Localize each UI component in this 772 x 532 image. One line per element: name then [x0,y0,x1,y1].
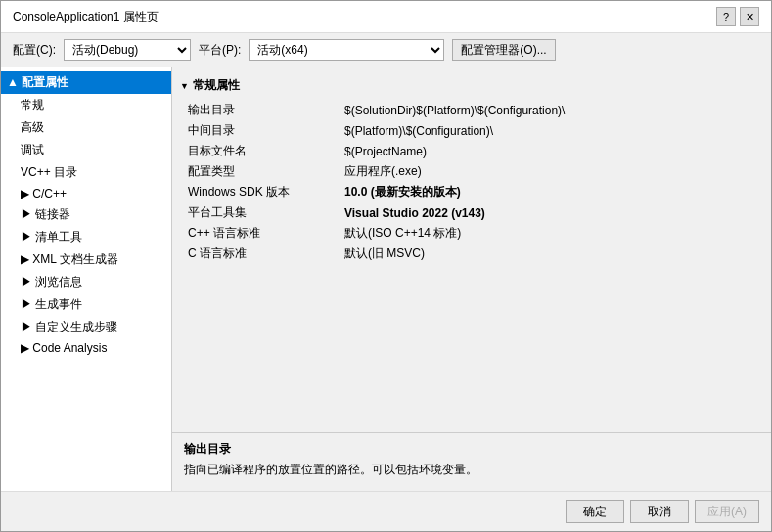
main-content: ▲ 配置属性 常规 高级 调试 VC++ 目录 ▶ C/C++ ▶ 链接器 ▶ … [1,67,771,491]
manifest-label: ▶ 清单工具 [21,229,82,245]
debug-label: 调试 [21,142,44,158]
prop-value: 默认(ISO C++14 标准) [337,223,763,244]
sidebar: ▲ 配置属性 常规 高级 调试 VC++ 目录 ▶ C/C++ ▶ 链接器 ▶ … [1,67,172,491]
sidebar-item-xml-gen[interactable]: ▶ XML 文档生成器 [1,248,171,271]
toolbar-row: 配置(C): 活动(Debug) 平台(P): 活动(x64) 配置管理器(O)… [1,33,771,67]
sidebar-item-config-props[interactable]: ▲ 配置属性 [1,71,171,94]
prop-value: 默认(旧 MSVC) [337,244,763,264]
platform-label: 平台(P): [199,42,241,59]
properties-panel: ▼ 常规属性 输出目录$(SolutionDir)$(Platform)\$(C… [172,67,771,432]
prop-value: $(SolutionDir)$(Platform)\$(Configuratio… [337,100,763,120]
table-row: 目标文件名$(ProjectName) [180,141,763,161]
custom-build-label: ▶ 自定义生成步骤 [21,319,117,335]
build-events-label: ▶ 生成事件 [21,296,82,313]
prop-value: $(Platform)\$(Configuration)\ [337,120,763,141]
ok-button[interactable]: 确定 [566,500,624,523]
sidebar-item-general[interactable]: 常规 [1,94,171,116]
properties-table: 输出目录$(SolutionDir)$(Platform)\$(Configur… [180,100,763,264]
sidebar-item-custom-build[interactable]: ▶ 自定义生成步骤 [1,316,171,338]
sidebar-item-build-events[interactable]: ▶ 生成事件 [1,293,171,316]
sidebar-item-cpp[interactable]: ▶ C/C++ [1,184,171,203]
close-button[interactable]: ✕ [740,7,759,26]
section-title: 常规属性 [193,77,240,94]
description-text: 指向已编译程序的放置位置的路径。可以包括环境变量。 [184,462,759,478]
config-select[interactable]: 活动(Debug) [64,39,191,61]
sidebar-item-code-analysis[interactable]: ▶ Code Analysis [1,338,171,358]
prop-name: 平台工具集 [180,202,337,223]
description-panel: 输出目录 指向已编译程序的放置位置的路径。可以包括环境变量。 [172,432,771,491]
linker-label: ▶ 链接器 [21,206,70,223]
prop-value: Visual Studio 2022 (v143) [337,202,763,223]
prop-value: 10.0 (最新安装的版本) [337,182,763,202]
prop-name: 目标文件名 [180,141,337,161]
button-row: 确定 取消 应用(A) [1,491,771,531]
general-label: 常规 [21,97,44,113]
prop-name: 中间目录 [180,120,337,141]
sidebar-item-vc-dirs[interactable]: VC++ 目录 [1,161,171,184]
title-bar: ConsoleApplication1 属性页 ? ✕ [1,1,771,33]
browse-label: ▶ 浏览信息 [21,274,82,290]
config-manager-button[interactable]: 配置管理器(O)... [452,39,555,61]
sidebar-item-debug[interactable]: 调试 [1,139,171,161]
config-props-label: ▲ 配置属性 [7,74,68,91]
table-row: 配置类型应用程序(.exe) [180,161,763,182]
table-row: 输出目录$(SolutionDir)$(Platform)\$(Configur… [180,100,763,120]
dialog: ConsoleApplication1 属性页 ? ✕ 配置(C): 活动(De… [0,0,772,532]
code-analysis-label: ▶ Code Analysis [21,341,107,355]
title-bar-controls: ? ✕ [716,7,759,26]
platform-select[interactable]: 活动(x64) [249,39,444,61]
prop-name: 配置类型 [180,161,337,182]
sidebar-item-linker[interactable]: ▶ 链接器 [1,203,171,226]
prop-value: $(ProjectName) [337,141,763,161]
table-row: C 语言标准默认(旧 MSVC) [180,244,763,264]
description-title: 输出目录 [184,441,759,458]
section-header: ▼ 常规属性 [180,75,763,96]
prop-name: 输出目录 [180,100,337,120]
sidebar-item-advanced[interactable]: 高级 [1,116,171,139]
cancel-button[interactable]: 取消 [630,500,689,523]
sidebar-item-browse[interactable]: ▶ 浏览信息 [1,271,171,293]
config-label: 配置(C): [13,42,56,59]
prop-value: 应用程序(.exe) [337,161,763,182]
prop-name: C 语言标准 [180,244,337,264]
section-arrow-icon: ▼ [180,81,189,91]
sidebar-item-manifest[interactable]: ▶ 清单工具 [1,226,171,248]
table-row: C++ 语言标准默认(ISO C++14 标准) [180,223,763,244]
dialog-title: ConsoleApplication1 属性页 [13,9,159,25]
table-row: 中间目录$(Platform)\$(Configuration)\ [180,120,763,141]
cpp-label: ▶ C/C++ [21,187,67,200]
table-row: 平台工具集Visual Studio 2022 (v143) [180,202,763,223]
help-button[interactable]: ? [716,7,736,26]
prop-name: C++ 语言标准 [180,223,337,244]
vc-dirs-label: VC++ 目录 [21,164,77,181]
xml-gen-label: ▶ XML 文档生成器 [21,251,118,268]
prop-name: Windows SDK 版本 [180,182,337,202]
apply-button[interactable]: 应用(A) [695,500,759,523]
content-area: ▼ 常规属性 输出目录$(SolutionDir)$(Platform)\$(C… [172,67,771,491]
advanced-label: 高级 [21,119,44,136]
table-row: Windows SDK 版本10.0 (最新安装的版本) [180,182,763,202]
